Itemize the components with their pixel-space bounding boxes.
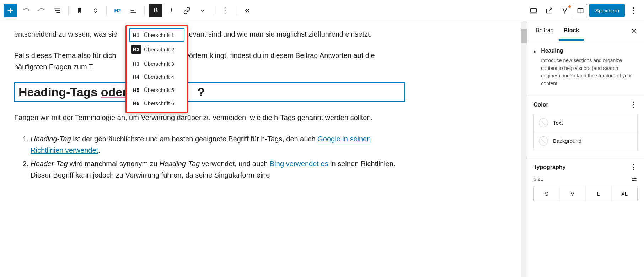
device-icon (530, 7, 537, 15)
text-italic: Heading-Tag (159, 160, 200, 168)
bold-button[interactable]: B (149, 4, 162, 17)
color-background-button[interactable]: Background (534, 132, 637, 150)
heading-level-option-h5[interactable]: H5Überschrift 5 (129, 83, 184, 97)
external-link-icon (546, 7, 553, 14)
heading-level-dropdown: H1Überschrift 1H2Überschrift 2H3Überschr… (125, 25, 188, 113)
heading-level-option-h1[interactable]: H1Überschrift 1 (129, 28, 184, 42)
align-button[interactable] (127, 4, 140, 17)
heading-level-badge: H6 (131, 101, 141, 106)
separator (214, 6, 214, 16)
bookmark-icon (76, 7, 83, 14)
heading-level-label: Überschrift 2 (144, 47, 174, 53)
swatch-icon (539, 118, 548, 127)
view-post-button[interactable] (542, 4, 556, 17)
document-overview-button[interactable] (50, 4, 64, 17)
typography-panel-title: Typography (533, 164, 565, 170)
size-option-s[interactable]: S (534, 186, 559, 201)
paragraph[interactable]: Fangen wir mit der Terminologie an, um V… (14, 112, 405, 123)
paragraph[interactable]: Falls dieses Thema also für dich Dörfern… (14, 50, 405, 72)
color-panel: Color ⋮ Text Background (527, 94, 644, 157)
heading-level-badge: H4 (131, 74, 141, 80)
link-button[interactable] (180, 4, 194, 17)
heading-level-option-h2[interactable]: H2Überschrift 2 (129, 42, 184, 57)
text-fragment: ? (197, 85, 205, 99)
italic-button[interactable]: I (165, 4, 178, 17)
paragraph[interactable]: entscheidend zu wissen, was sie elevant … (14, 28, 405, 40)
more-vertical-icon: ⋮ (630, 7, 638, 15)
link[interactable]: Bing verwendet es (270, 160, 328, 168)
color-label: Background (553, 138, 581, 144)
svg-rect-11 (578, 8, 583, 13)
text-fragment: oder (101, 85, 127, 99)
block-options-button[interactable]: ⋮ (218, 4, 232, 17)
color-text-button[interactable]: Text (534, 114, 637, 132)
move-block-button[interactable] (88, 4, 102, 17)
sidebar-icon (577, 7, 584, 14)
tab-post[interactable]: Beitrag (531, 22, 559, 41)
more-rich-text-button[interactable] (196, 4, 209, 17)
heading-level-badge: H2 (131, 45, 141, 54)
tab-block[interactable]: Block (559, 22, 584, 41)
redo-button[interactable] (35, 4, 48, 17)
link-icon (183, 7, 191, 15)
svg-point-18 (633, 180, 634, 181)
close-icon (630, 28, 638, 35)
block-description-section: Heading Introduce new sections and organ… (527, 41, 644, 94)
settings-sidebar-button[interactable] (574, 4, 587, 17)
heading-level-badge: H5 (131, 87, 141, 93)
close-sidebar-button[interactable] (628, 25, 640, 38)
separator (106, 6, 107, 16)
editor-canvas[interactable]: entscheidend zu wissen, was sie elevant … (0, 21, 527, 277)
svg-point-16 (635, 178, 636, 179)
size-option-l[interactable]: L (585, 186, 611, 201)
size-option-m[interactable]: M (559, 186, 585, 201)
heading-level-option-h4[interactable]: H4Überschrift 4 (129, 70, 184, 83)
move-icon (92, 7, 98, 15)
swatch-icon (539, 136, 548, 146)
block-type-icon[interactable] (73, 4, 86, 17)
text-italic: Heading-Tag (31, 135, 71, 143)
sliders-icon[interactable] (630, 176, 638, 183)
heading-level-badge: H1 (131, 32, 141, 38)
separator (68, 6, 69, 16)
text-italic: Header-Tag (31, 160, 68, 168)
heading-block[interactable]: Heading-Tags oder H? (14, 82, 405, 102)
add-block-button[interactable] (4, 4, 17, 17)
heading-level-option-h6[interactable]: H6Überschrift 6 (129, 97, 184, 110)
heading-level-label: Überschrift 1 (144, 32, 174, 38)
ordered-list[interactable]: Heading-Tag ist der gebräuchlichste und … (14, 133, 405, 181)
block-name: Heading (541, 48, 638, 54)
chevron-double-left-icon (244, 7, 251, 14)
scrollbar-thumb[interactable] (521, 29, 527, 43)
collapse-toolbar-button[interactable] (241, 4, 254, 17)
list-item[interactable]: Header-Tag wird manchmal synonym zu Head… (31, 158, 405, 181)
heading-level-label: H2 (114, 7, 121, 13)
svg-rect-8 (531, 8, 537, 12)
block-description: Introduce new sections and organize cont… (541, 57, 638, 88)
panel-options-button[interactable]: ⋮ (629, 163, 638, 171)
color-label: Text (553, 120, 563, 126)
heading-level-badge: H3 (131, 61, 141, 67)
text-fragment: Falls dieses Thema also für dich (14, 51, 118, 59)
panel-options-button[interactable]: ⋮ (629, 101, 638, 109)
list-item[interactable]: Heading-Tag ist der gebräuchlichste und … (31, 133, 405, 156)
size-option-xl[interactable]: XL (611, 186, 637, 201)
preview-button[interactable] (527, 4, 540, 17)
sidebar-tabs: Beitrag Block (527, 21, 644, 41)
heading-level-label: Überschrift 5 (144, 87, 174, 93)
text-fragment: elevant sind und wie man sie möglichst z… (183, 30, 372, 38)
separator (236, 6, 236, 16)
more-vertical-icon: ⋮ (221, 7, 229, 15)
heading-level-label: Überschrift 4 (144, 74, 174, 80)
heading-level-label: Überschrift 6 (144, 100, 174, 106)
heading-level-option-h3[interactable]: H3Überschrift 3 (129, 57, 184, 70)
size-options: SMLXL (533, 186, 638, 201)
undo-button[interactable] (19, 4, 33, 17)
text-fragment: ist der gebräuchlichste und am besten ge… (71, 135, 317, 143)
heading-level-button[interactable]: H2 (111, 4, 124, 17)
yoast-seo-button[interactable] (558, 4, 571, 17)
save-button[interactable]: Speichern (589, 4, 625, 17)
separator (144, 6, 145, 16)
main-options-button[interactable]: ⋮ (627, 4, 640, 17)
text-fragment: Heading-Tags (18, 85, 101, 99)
